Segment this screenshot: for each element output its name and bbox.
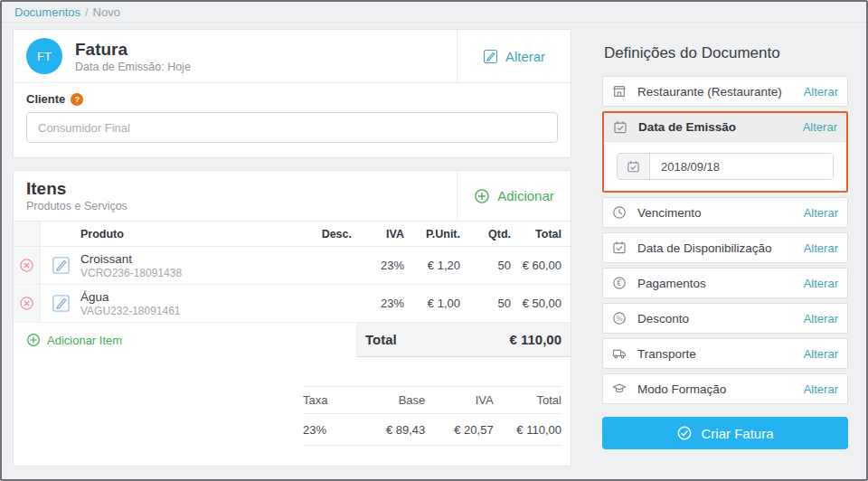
change-label: Alterar: [505, 49, 545, 64]
cell-iva: 23%: [352, 259, 404, 272]
alterar-link[interactable]: Alterar: [804, 206, 838, 220]
product-name: Croissant: [80, 252, 299, 266]
alterar-link[interactable]: Alterar: [804, 241, 838, 255]
cell-punit: € 1,00: [404, 297, 460, 310]
app-window: Documentos/Novo FT Fatura Data de Emissã…: [0, 0, 868, 481]
setting-label: Restaurante (Restaurante): [637, 85, 804, 99]
tax-col-total: Total: [494, 393, 561, 407]
setting-item-data-disponibilizacao[interactable]: Data de Disponibilização Alterar: [602, 232, 848, 263]
truck-icon: [612, 346, 627, 361]
cell-punit: € 1,20: [404, 259, 460, 272]
breadcrumb: Documentos/Novo: [2, 2, 866, 23]
document-subtitle: Data de Emissão: Hoje: [75, 61, 191, 73]
setting-item-restaurante[interactable]: Restaurante (Restaurante) Alterar: [602, 76, 848, 107]
setting-item-modo-formacao[interactable]: Modo Formação Alterar: [602, 373, 848, 404]
document-type-card: FT Fatura Data de Emissão: Hoje Alterar: [13, 29, 571, 158]
add-item-button[interactable]: Adicionar Item: [14, 323, 356, 357]
setting-label: Modo Formação: [637, 382, 804, 396]
delete-item-button[interactable]: [17, 294, 36, 313]
breadcrumb-current: Novo: [93, 5, 120, 19]
alterar-link[interactable]: Alterar: [804, 85, 838, 99]
items-header: Itens Produtos e Serviços Adicionar: [14, 171, 571, 222]
invoice-total: Total € 110,00: [356, 323, 571, 357]
document-type-header: FT Fatura Data de Emissão: Hoje Alterar: [14, 30, 571, 83]
client-section: Cliente ?: [14, 83, 571, 157]
edit-icon: [483, 49, 498, 64]
tax-iva: € 20,57: [425, 423, 493, 437]
col-iva: IVA: [352, 228, 404, 240]
alterar-link[interactable]: Alterar: [804, 312, 838, 325]
setting-label: Transporte: [637, 347, 804, 361]
product-cell: Água VAGU232-18091461: [80, 290, 299, 317]
setting-label: Pagamentos: [637, 277, 804, 290]
items-title: Itens: [26, 179, 127, 199]
percent-icon: %: [612, 311, 627, 325]
add-label: Adicionar: [497, 188, 554, 203]
plus-circle-icon: [474, 188, 490, 204]
product-code: VAGU232-18091461: [80, 305, 299, 317]
product-name: Água: [80, 290, 299, 304]
tax-value-row: 23% € 89,43 € 20,57 € 110,00: [303, 413, 561, 446]
create-invoice-label: Criar Fatura: [701, 426, 773, 441]
issue-date-input-group: [617, 153, 834, 180]
total-row: Adicionar Item Total € 110,00: [14, 323, 571, 357]
cell-qtd: 50: [460, 259, 511, 272]
tax-col-base: Base: [357, 393, 425, 407]
setting-item-pagamentos[interactable]: € Pagamentos Alterar: [602, 268, 848, 298]
svg-text:%: %: [616, 315, 622, 323]
setting-item-desconto[interactable]: % Desconto Alterar: [602, 303, 848, 334]
change-document-type-button[interactable]: Alterar: [457, 30, 571, 82]
alterar-link[interactable]: Alterar: [804, 347, 838, 361]
alterar-link[interactable]: Alterar: [803, 120, 837, 134]
items-subtitle: Produtos e Serviços: [26, 200, 127, 212]
graduation-cap-icon: [612, 382, 627, 396]
cell-qtd: 50: [460, 297, 511, 310]
svg-text:€: €: [617, 278, 621, 288]
alterar-link[interactable]: Alterar: [804, 382, 838, 396]
edit-item-button[interactable]: [50, 292, 72, 315]
setting-item-data-emissao: Data de Emissão Alterar: [602, 111, 848, 193]
table-row: Croissant VCRO236-18091438 23% € 1,20 50…: [14, 247, 571, 285]
setting-item-header[interactable]: Data de Emissão Alterar: [604, 113, 846, 142]
tax-col-iva: IVA: [425, 393, 493, 407]
setting-label: Vencimento: [637, 206, 804, 220]
product-code: VCRO236-18091438: [80, 267, 299, 279]
alterar-link[interactable]: Alterar: [804, 277, 838, 290]
client-label: Cliente: [26, 92, 65, 106]
delete-item-button[interactable]: [17, 256, 36, 275]
breadcrumb-separator: /: [85, 5, 89, 19]
col-produto: Produto: [80, 228, 299, 240]
document-type-info: FT Fatura Data de Emissão: Hoje: [14, 30, 457, 82]
document-type-badge: FT: [26, 38, 62, 74]
cell-iva: 23%: [352, 297, 404, 310]
items-title-block: Itens Produtos e Serviços: [14, 171, 457, 221]
calendar-icon[interactable]: [618, 154, 650, 179]
cell-total: € 60,00: [511, 259, 571, 272]
issue-date-input[interactable]: [650, 154, 833, 179]
create-invoice-button[interactable]: Criar Fatura: [602, 417, 848, 449]
delete-column-header: [14, 222, 41, 246]
euro-icon: €: [612, 276, 627, 290]
table-row: Água VAGU232-18091461 23% € 1,00 50 € 50…: [14, 285, 571, 323]
edit-item-button[interactable]: [50, 254, 72, 277]
tax-taxa: 23%: [303, 423, 357, 437]
plus-circle-icon: [26, 333, 41, 347]
calendar-icon: [612, 240, 627, 255]
tax-summary-table: Taxa Base IVA Total 23% € 89,43 € 20,57 …: [303, 386, 561, 446]
calendar-icon: [613, 120, 627, 135]
add-item-label: Adicionar Item: [47, 334, 122, 347]
tax-header-row: Taxa Base IVA Total: [303, 386, 561, 413]
document-title-block: Fatura Data de Emissão: Hoje: [75, 40, 191, 73]
clock-icon: [612, 205, 627, 220]
setting-item-vencimento[interactable]: Vencimento Alterar: [602, 197, 848, 228]
col-desc: Desc.: [299, 228, 352, 240]
setting-label: Data de Emissão: [638, 120, 803, 134]
help-icon[interactable]: ?: [71, 93, 83, 106]
setting-item-transporte[interactable]: Transporte Alterar: [602, 338, 848, 369]
breadcrumb-link-documentos[interactable]: Documentos: [14, 5, 80, 19]
col-total: Total: [511, 228, 571, 240]
add-product-button[interactable]: Adicionar: [457, 171, 571, 221]
settings-title: Definições do Documento: [604, 44, 846, 62]
setting-label: Desconto: [637, 312, 804, 325]
client-input[interactable]: [26, 112, 558, 143]
